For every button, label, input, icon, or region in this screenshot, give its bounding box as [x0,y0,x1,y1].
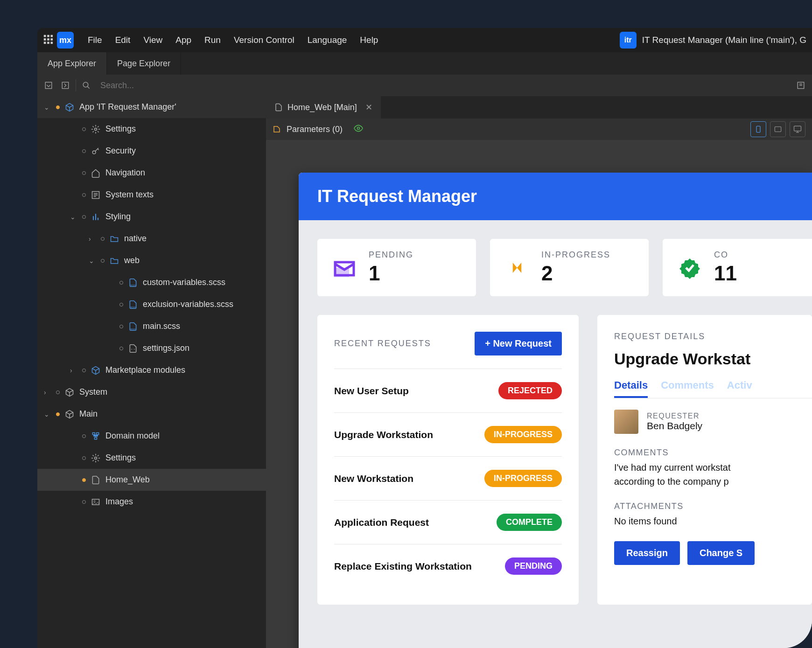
device-desktop-icon[interactable] [790,121,805,137]
tree-node-custom-variables-scss[interactable]: scsscustom-variables.scss [37,272,266,293]
tab-app-explorer[interactable]: App Explorer [37,52,107,75]
params-label[interactable]: Parameters (0) [287,125,343,134]
tree-node-native[interactable]: ›native [37,228,266,250]
new-request-button[interactable]: + New Request [475,332,562,355]
stat-complete[interactable]: CO 11 [663,239,812,296]
cube-icon [91,365,101,376]
menu-language[interactable]: Language [308,35,347,45]
menu-version-control[interactable]: Version Control [234,35,294,45]
status-dot-icon [82,193,86,197]
tree-node-settings[interactable]: Settings [37,118,266,140]
svg-rect-24 [756,126,760,132]
menu-file[interactable]: File [88,35,102,45]
change-status-button[interactable]: Change S [687,541,755,565]
cube-g-icon [64,409,75,419]
requester-row: REQUESTER Ben Badgely [614,410,812,434]
tree-node-app-it-request-manager-[interactable]: ⌄App 'IT Request Manager' [37,96,266,118]
tab-comments[interactable]: Comments [661,379,714,398]
stat-label: PENDING [369,250,413,260]
app-preview: IT Request Manager PENDING 1 [299,173,812,648]
cube-icon [64,102,75,112]
tree-node-settings[interactable]: Settings [37,447,266,469]
tree-node-domain-model[interactable]: Domain model [37,425,266,447]
menu-items: File Edit View App Run Version Control L… [88,35,378,45]
request-item[interactable]: Replace Existing WorkstationPENDING [334,544,562,588]
tree-node-label: Main [79,409,98,419]
chevron-icon[interactable]: ⌄ [44,411,51,418]
canvas: IT Request Manager PENDING 1 [266,140,812,648]
mendix-logo[interactable]: mx [57,32,74,49]
close-icon[interactable]: ✕ [365,102,372,112]
menu-edit[interactable]: Edit [115,35,131,45]
menu-view[interactable]: View [143,35,162,45]
request-title: Replace Existing Workstation [334,561,472,572]
status-dot-icon [82,456,86,460]
svg-rect-18 [97,432,99,434]
tree-node-exclusion-variables-scss[interactable]: scssexclusion-variables.scss [37,293,266,315]
tab-page-explorer[interactable]: Page Explorer [107,52,181,75]
collapse-icon[interactable] [42,79,55,92]
menu-run[interactable]: Run [204,35,221,45]
tree-node-system[interactable]: ›System [37,381,266,403]
reassign-button[interactable]: Reassign [614,541,680,565]
status-dot-icon [101,259,105,263]
search-icon[interactable] [80,79,93,92]
tree-node-system-texts[interactable]: System texts [37,184,266,206]
tree-node-settings-json[interactable]: settings.json [37,337,266,359]
eye-icon[interactable] [354,124,363,135]
project-name: IT Request Manager (Main line ('main'), … [642,35,806,45]
tree-node-marketplace-modules[interactable]: ›Marketplace modules [37,359,266,381]
tree-node-label: Home_Web [105,475,150,485]
tree-node-main[interactable]: ⌄Main [37,403,266,425]
request-item[interactable]: Application RequestCOMPLETE [334,500,562,544]
svg-rect-7 [47,42,49,44]
svg-rect-19 [95,437,97,439]
menu-help[interactable]: Help [360,35,378,45]
tab-activity[interactable]: Activ [727,379,752,398]
chevron-icon[interactable]: ⌄ [70,213,77,221]
body: ⌄App 'IT Request Manager'SettingsSecurit… [37,96,812,648]
request-item[interactable]: New User SetupREJECTED [334,369,562,412]
stat-label: IN-PROGRESS [541,250,610,260]
stat-pending[interactable]: PENDING 1 [317,239,476,296]
tab-details[interactable]: Details [614,379,648,398]
chevron-icon[interactable]: › [44,389,51,396]
svg-rect-3 [44,38,46,41]
chevron-icon[interactable]: ⌄ [89,257,96,265]
device-tablet-icon[interactable] [770,121,786,137]
expand-icon[interactable] [59,79,72,92]
search-input[interactable] [97,81,227,91]
tree-node-label: Marketplace modules [105,365,185,375]
project-badge: itr [620,32,637,49]
editor-tab-home-web[interactable]: Home_Web [Main] ✕ [266,96,381,118]
status-dot-icon [82,127,86,131]
editor-tab-label: Home_Web [Main] [287,103,357,112]
stats-row: PENDING 1 IN-PROGRESS 2 [317,239,812,296]
filter-icon[interactable] [794,79,807,92]
svg-text:scss: scss [130,283,136,286]
tree-node-main-scss[interactable]: scssmain.scss [37,315,266,337]
tree-node-web[interactable]: ⌄web [37,250,266,272]
chevron-icon[interactable]: › [89,235,96,243]
tree-node-security[interactable]: Security [37,140,266,162]
apps-grid-icon[interactable] [43,34,53,46]
chevron-icon[interactable]: › [70,367,77,374]
tree-node-label: web [124,256,140,265]
tree-node-home-web[interactable]: Home_Web [37,469,266,491]
status-dot-icon [56,390,60,394]
explorer-toolbar [37,75,812,96]
chevron-icon[interactable]: ⌄ [44,104,51,111]
menu-app[interactable]: App [175,35,191,45]
tree-node-label: exclusion-variables.scss [143,300,233,309]
stat-inprogress[interactable]: IN-PROGRESS 2 [490,239,649,296]
request-item[interactable]: Upgrade WorkstationIN-PROGRESS [334,412,562,456]
status-dot-icon [101,237,105,241]
tree-node-styling[interactable]: ⌄Styling [37,206,266,228]
tree-node-images[interactable]: Images [37,491,266,513]
request-item[interactable]: New WorkstationIN-PROGRESS [334,456,562,500]
device-mobile-icon[interactable] [750,121,766,137]
tree-node-navigation[interactable]: Navigation [37,162,266,184]
recent-requests-panel: RECENT REQUESTS + New Request New User S… [317,315,579,605]
attachments-label: ATTACHMENTS [614,502,812,511]
svg-text:scss: scss [130,305,136,308]
